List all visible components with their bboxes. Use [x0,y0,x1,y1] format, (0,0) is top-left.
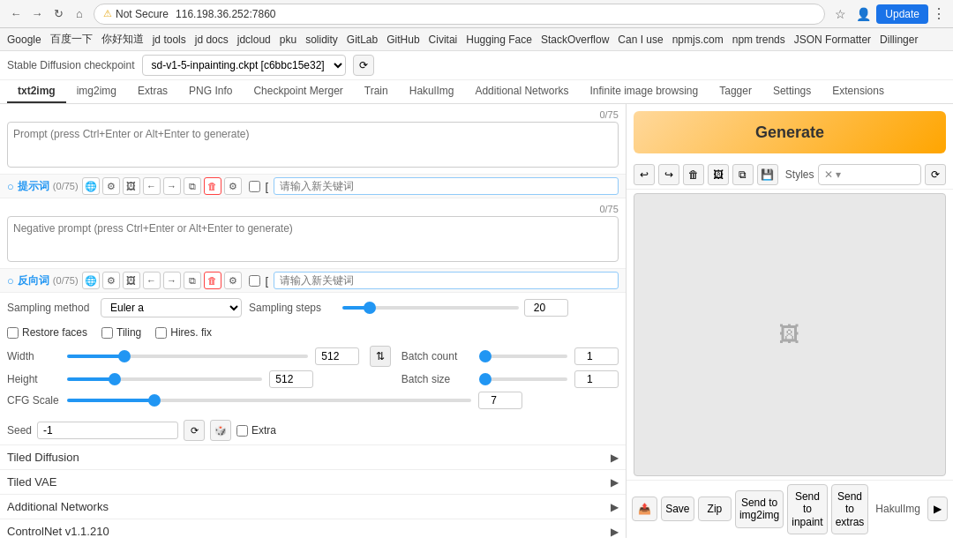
prompt-textarea[interactable] [7,122,619,168]
style-undo-btn[interactable]: ↩ [634,164,655,185]
cfg-input[interactable]: 7 [478,392,522,409]
neg-prompt-textarea[interactable] [7,216,619,262]
tab-checkpoint-merger[interactable]: Checkpoint Merger [243,80,353,103]
batch-count-slider[interactable] [479,355,567,358]
profile-btn[interactable]: 👤 [853,4,873,24]
height-slider[interactable] [67,377,262,381]
tab-infinite-browse[interactable]: Infinite image browsing [579,80,709,103]
bookmark-json-formatter[interactable]: JSON Formatter [794,34,871,46]
hires-fix-input[interactable] [155,327,167,339]
bookmark-pku[interactable]: pku [280,34,296,46]
bookmark-npmjs[interactable]: npmjs.com [672,34,724,46]
neg-kw-left-btn[interactable]: ← [143,272,161,289]
bookmark-baidu[interactable]: 百度一下 [50,32,93,47]
tab-additional-networks[interactable]: Additional Networks [464,80,579,103]
extra-checkbox[interactable]: Extra [236,424,276,437]
positive-kw-checkbox[interactable] [249,181,260,192]
restore-faces-checkbox[interactable]: Restore faces [7,326,87,339]
send-extras-button[interactable]: Send to extras [831,484,869,534]
neg-kw-trash-btn[interactable]: 🗑 [204,272,221,289]
accordion-additional-networks[interactable]: Additional Networks ▶ [0,494,626,519]
batch-size-slider[interactable] [479,377,567,381]
bookmark-dillinger[interactable]: Dillinger [880,34,918,46]
bookmark-solidity[interactable]: solidity [305,34,338,46]
seed-input[interactable]: -1 [37,422,178,439]
generate-button[interactable]: Generate [634,111,946,153]
bookmark-jdcloud[interactable]: jdcloud [237,34,271,46]
tab-img2img[interactable]: img2img [66,80,127,103]
bookmark-google[interactable]: Google [7,34,41,46]
batch-count-input[interactable]: 1 [574,347,619,365]
checkpoint-refresh-btn[interactable]: ⟳ [353,55,374,76]
negative-keyword-input[interactable] [274,272,619,289]
send-image-btn[interactable]: 📤 [632,497,657,521]
neg-kw-edit-btn[interactable]: ⚙ [224,272,242,289]
neg-kw-image-btn[interactable]: 🖼 [123,272,140,289]
checkpoint-select[interactable]: sd-v1-5-inpainting.ckpt [c6bbc15e32] [142,55,346,76]
width-input[interactable]: 512 [315,347,359,365]
kw-copy-btn[interactable]: ⧉ [184,177,201,195]
bookmark-gitlab[interactable]: GitLab [347,34,378,46]
extra-input[interactable] [236,425,248,437]
accordion-tiled-vae[interactable]: Tiled VAE ▶ [0,469,626,494]
style-save-btn[interactable]: 💾 [757,164,778,185]
zip-button[interactable]: Zip [698,497,732,521]
sampling-method-select[interactable]: Euler a [101,298,242,317]
tab-png-info[interactable]: PNG Info [178,80,243,103]
kw-globe-btn[interactable]: 🌐 [82,177,100,195]
send-img2img-button[interactable]: Send to img2img [735,490,784,528]
style-redo-btn[interactable]: ↪ [658,164,679,185]
bookmark-npm-trends[interactable]: npm trends [732,34,785,46]
tab-tagger[interactable]: Tagger [709,80,762,103]
arrow-right-btn[interactable]: ▶ [927,497,948,521]
seed-recycle-btn[interactable]: ⟳ [184,420,205,441]
menu-button[interactable]: ⋮ [932,5,946,22]
neg-kw-copy-btn[interactable]: ⧉ [184,272,201,289]
bookmark-btn[interactable]: ☆ [830,4,850,24]
kw-image-btn[interactable]: 🖼 [123,177,140,195]
bookmark-jddocs[interactable]: jd docs [195,34,229,46]
tab-extras[interactable]: Extras [127,80,178,103]
bookmark-nihao[interactable]: 你好知道 [101,32,144,47]
neg-kw-settings-btn[interactable]: ⚙ [102,272,120,289]
positive-keyword-input[interactable] [274,177,619,195]
kw-settings-btn[interactable]: ⚙ [102,177,120,195]
accordion-tiled-diffusion[interactable]: Tiled Diffusion ▶ [0,444,626,469]
kw-right-btn[interactable]: → [163,177,181,195]
width-slider[interactable] [67,355,308,358]
batch-size-input[interactable]: 1 [574,370,619,388]
tab-train[interactable]: Train [354,80,399,103]
bookmark-github[interactable]: GitHub [386,34,419,46]
bookmark-civitai[interactable]: Civitai [429,34,458,46]
cfg-slider[interactable] [67,399,471,402]
style-image-btn[interactable]: 🖼 [708,164,729,185]
tab-extensions[interactable]: Extensions [822,80,895,103]
reload-button[interactable]: ↻ [49,5,67,23]
swap-dims-btn[interactable]: ⇅ [370,346,391,367]
restore-faces-input[interactable] [7,327,19,339]
bookmark-jdtools[interactable]: jd tools [153,34,186,46]
kw-left-btn[interactable]: ← [143,177,161,195]
tab-txt2img[interactable]: txt2img [7,80,66,103]
styles-x-icon[interactable]: ✕ ▾ [824,168,841,181]
kw-edit-btn[interactable]: ⚙ [224,177,242,195]
back-button[interactable]: ← [7,5,25,23]
bookmark-caniuse[interactable]: Can I use [618,34,663,46]
save-button[interactable]: Save [661,497,694,521]
tiling-checkbox[interactable]: Tiling [101,326,141,339]
send-inpaint-button[interactable]: Send to inpaint [787,484,827,534]
forward-button[interactable]: → [28,5,46,23]
seed-dice-btn[interactable]: 🎲 [210,420,231,441]
sampling-steps-input[interactable]: 20 [524,299,568,317]
style-copy-btn[interactable]: ⧉ [732,164,754,185]
styles-refresh-btn[interactable]: ⟳ [925,164,946,185]
home-button[interactable]: ⌂ [71,5,88,23]
tab-settings[interactable]: Settings [762,80,822,103]
negative-kw-checkbox[interactable] [249,275,260,287]
sampling-steps-slider[interactable] [342,306,519,310]
accordion-controlnet[interactable]: ControlNet v1.1.210 ▶ [0,519,626,538]
height-input[interactable]: 512 [269,370,313,388]
styles-select-area[interactable]: ✕ ▾ [818,164,921,185]
neg-kw-right-btn[interactable]: → [163,272,181,289]
neg-kw-globe-btn[interactable]: 🌐 [82,272,100,289]
